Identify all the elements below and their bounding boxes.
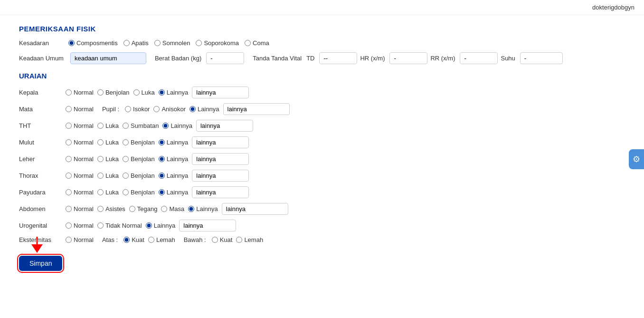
- tanda-vital-label: Tanda Tanda Vital: [253, 55, 302, 62]
- mata-isokor[interactable]: Isokor: [125, 106, 150, 113]
- urogenital-lainnya-input[interactable]: [179, 220, 236, 231]
- keadaan-umum-label: Keadaan Umum: [19, 55, 64, 62]
- kepala-row: Kepala Normal Benjolan Luka Lainnya: [19, 87, 625, 98]
- kepala-normal[interactable]: Normal: [66, 89, 94, 96]
- berat-badan-label: Berat Badan (kg): [155, 55, 201, 62]
- bawah-label: Bawah :: [184, 236, 206, 243]
- kesadaran-composmentis[interactable]: Composmentis: [68, 39, 118, 47]
- tht-sumbatan[interactable]: Sumbatan: [123, 122, 159, 129]
- tht-lainnya-input[interactable]: [196, 120, 253, 132]
- svg-marker-1: [31, 244, 43, 253]
- abdomen-tegang[interactable]: Tegang: [129, 205, 158, 212]
- thorax-luka[interactable]: Luka: [97, 172, 119, 179]
- kesadaran-apatis[interactable]: Apatis: [123, 39, 149, 47]
- top-bar: dokterigdobgyn: [0, 0, 644, 15]
- keadaan-umum-input[interactable]: [70, 52, 146, 64]
- rr-input[interactable]: [460, 52, 498, 64]
- suhu-label: Suhu: [501, 55, 515, 62]
- kesadaran-coma[interactable]: Coma: [245, 39, 269, 47]
- ekstermitas-atas-lemah[interactable]: Lemah: [148, 236, 175, 243]
- leher-lainnya[interactable]: Lainnya: [159, 155, 189, 163]
- urogenital-lainnya[interactable]: Lainnya: [146, 222, 176, 229]
- gear-icon: ⚙: [633, 154, 640, 164]
- mata-lainnya[interactable]: Lainnya: [189, 106, 219, 113]
- td-input[interactable]: [319, 52, 357, 64]
- rr-label: RR (x/m): [430, 55, 455, 62]
- leher-label: Leher: [19, 155, 62, 163]
- mulut-normal[interactable]: Normal: [66, 139, 94, 146]
- abdomen-asistes[interactable]: Asistes: [97, 205, 125, 212]
- keadaan-vitals-row: Keadaan Umum Berat Badan (kg) Tanda Tand…: [19, 52, 625, 64]
- abdomen-row: Abdomen Normal Asistes Tegang Masa Lainn…: [19, 203, 625, 215]
- abdomen-lainnya[interactable]: Lainnya: [188, 205, 218, 212]
- thorax-label: Thorax: [19, 172, 62, 179]
- ekstermitas-row: Ekstermitas Normal Atas : Kuat Lemah Baw…: [19, 236, 625, 243]
- mata-row: Mata Normal Pupil : Isokor Anisokor Lain…: [19, 103, 625, 115]
- urogenital-row: Urogenital Normal Tidak Normal Lainnya: [19, 220, 625, 231]
- urogenital-tidak-normal[interactable]: Tidak Normal: [97, 222, 142, 229]
- hr-input[interactable]: [389, 52, 427, 64]
- thorax-lainnya[interactable]: Lainnya: [159, 172, 189, 179]
- abdomen-label: Abdomen: [19, 205, 62, 212]
- kesadaran-soporokoma[interactable]: Soporokoma: [196, 39, 239, 47]
- settings-button[interactable]: ⚙: [629, 149, 644, 169]
- abdomen-normal[interactable]: Normal: [66, 205, 94, 212]
- kepala-luka[interactable]: Luka: [133, 89, 155, 96]
- kepala-lainnya-input[interactable]: [192, 87, 249, 98]
- thorax-row: Thorax Normal Luka Benjolan Lainnya: [19, 170, 625, 182]
- kepala-lainnya[interactable]: Lainnya: [159, 89, 189, 96]
- abdomen-masa[interactable]: Masa: [161, 205, 184, 212]
- leher-normal[interactable]: Normal: [66, 155, 94, 163]
- payudara-benjolan[interactable]: Benjolan: [123, 189, 155, 196]
- kesadaran-radio-group: Composmentis Apatis Somnolen Soporokoma …: [68, 39, 269, 47]
- mulut-lainnya[interactable]: Lainnya: [159, 139, 189, 146]
- mulut-luka[interactable]: Luka: [97, 139, 119, 146]
- thorax-benjolan[interactable]: Benjolan: [123, 172, 155, 179]
- section-title-uraian: URAIAN: [19, 72, 625, 80]
- payudara-luka[interactable]: Luka: [97, 189, 119, 196]
- hr-label: HR (x/m): [360, 55, 385, 62]
- tht-luka[interactable]: Luka: [97, 122, 119, 129]
- ekstermitas-bawah-kuat[interactable]: Kuat: [212, 236, 233, 243]
- red-arrow-icon: [28, 235, 47, 254]
- mata-normal[interactable]: Normal: [66, 106, 94, 113]
- mulut-row: Mulut Normal Luka Benjolan Lainnya: [19, 136, 625, 148]
- simpan-container: Simpan: [19, 256, 62, 271]
- mata-lainnya-input[interactable]: [223, 103, 290, 115]
- kesadaran-row: Kesadaran Composmentis Apatis Somnolen S…: [19, 39, 625, 47]
- section-title-pemeriksaan: PEMERIKSAAN FISIK: [19, 25, 625, 33]
- simpan-button[interactable]: Simpan: [19, 256, 62, 271]
- kesadaran-label: Kesadaran: [19, 39, 62, 47]
- ekstermitas-bawah-lemah[interactable]: Lemah: [236, 236, 263, 243]
- thorax-normal[interactable]: Normal: [66, 172, 94, 179]
- abdomen-lainnya-input[interactable]: [222, 203, 288, 215]
- tht-row: THT Normal Luka Sumbatan Lainnya: [19, 120, 625, 132]
- mulut-benjolan[interactable]: Benjolan: [123, 139, 155, 146]
- urogenital-normal[interactable]: Normal: [66, 222, 94, 229]
- payudara-row: Payudara Normal Luka Benjolan Lainnya: [19, 186, 625, 198]
- ekstermitas-atas-kuat[interactable]: Kuat: [123, 236, 144, 243]
- mulut-lainnya-input[interactable]: [192, 136, 249, 148]
- mulut-label: Mulut: [19, 139, 62, 146]
- kepala-label: Kepala: [19, 89, 62, 96]
- pupil-label: Pupil :: [102, 106, 119, 113]
- tht-label: THT: [19, 122, 62, 129]
- payudara-normal[interactable]: Normal: [66, 189, 94, 196]
- ekstermitas-normal[interactable]: Normal: [66, 236, 94, 243]
- mata-anisokor[interactable]: Anisokor: [153, 106, 186, 113]
- username-label: dokterigdobgyn: [592, 4, 635, 11]
- leher-lainnya-input[interactable]: [192, 153, 249, 165]
- tht-lainnya[interactable]: Lainnya: [162, 122, 192, 129]
- payudara-lainnya-input[interactable]: [192, 186, 249, 198]
- leher-luka[interactable]: Luka: [97, 155, 119, 163]
- suhu-input[interactable]: [520, 52, 563, 64]
- thorax-lainnya-input[interactable]: [192, 170, 249, 182]
- urogenital-label: Urogenital: [19, 222, 62, 229]
- leher-benjolan[interactable]: Benjolan: [123, 155, 155, 163]
- tht-normal[interactable]: Normal: [66, 122, 94, 129]
- kepala-benjolan[interactable]: Benjolan: [97, 89, 130, 96]
- mata-label: Mata: [19, 106, 62, 113]
- payudara-lainnya[interactable]: Lainnya: [159, 189, 189, 196]
- kesadaran-somnolen[interactable]: Somnolen: [154, 39, 190, 47]
- berat-badan-input[interactable]: [206, 52, 244, 64]
